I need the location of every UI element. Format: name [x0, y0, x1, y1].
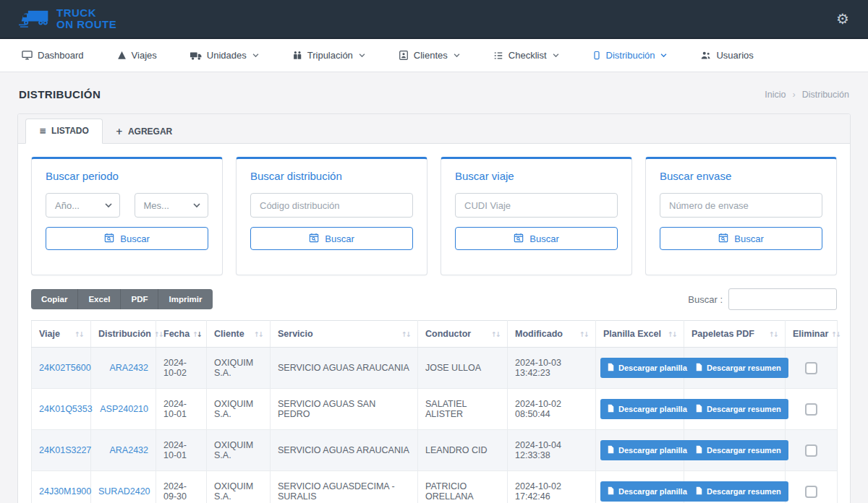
distribution-panel: ≡ LISTADO + AGREGAR Buscar periodo Año..… [17, 113, 851, 503]
nav-item-tripulacion[interactable]: Tripulación [292, 50, 365, 61]
modificado-cell: 2024-10-04 12:33:38 [508, 430, 596, 471]
month-select[interactable]: Mes... [135, 193, 209, 218]
viaje-link[interactable]: 24J30M1900 [39, 486, 91, 496]
nav-item-clientes[interactable]: Clientes [399, 50, 460, 61]
viaje-link[interactable]: 24K01Q5353 [39, 404, 93, 414]
excel-button[interactable]: Excel [78, 289, 121, 309]
sort-arrows-icon: ↑↓ [766, 330, 778, 338]
column-header-distribuci-n[interactable]: Distribución↑↓ [91, 321, 156, 348]
column-header-servicio[interactable]: Servicio↑↓ [271, 321, 418, 348]
servicio-cell: SERVICIO AGUASDECIMA - SURALIS [271, 471, 418, 503]
card-buscar-periodo: Buscar periodo Año... Mes... Buscar [31, 157, 223, 275]
viaje-link[interactable]: 24K01S3227 [39, 445, 91, 455]
sort-arrows-icon: ↑↓ [399, 330, 410, 338]
numero-envase-input[interactable] [660, 193, 822, 218]
clients-book-icon [399, 50, 409, 61]
distribucion-link[interactable]: ARA2432 [109, 363, 148, 373]
descargar-planilla-button[interactable]: Descargar planilla [600, 358, 694, 378]
column-header-cliente[interactable]: Cliente↑↓ [207, 321, 271, 348]
list-icon: ≡ [39, 126, 46, 136]
distribucion-link[interactable]: ASP240210 [100, 404, 148, 414]
column-header-papeletas-pdf[interactable]: Papeletas PDF↑↓ [684, 321, 786, 348]
year-select[interactable]: Año... [46, 193, 120, 218]
cudi-viaje-input[interactable] [455, 193, 618, 218]
descargar-planilla-button[interactable]: Descargar planilla [600, 481, 694, 502]
breadcrumb-home[interactable]: Inicio [765, 90, 786, 100]
descargar-resumen-button[interactable]: Descargar resumen [689, 481, 788, 502]
truck-icon [190, 51, 202, 61]
table-body: 24K02T5600 ARA2432 2024-10-02 OXIQUIM S.… [32, 348, 838, 503]
codigo-distribucion-input[interactable] [250, 193, 413, 218]
eliminar-checkbox[interactable] [805, 444, 817, 457]
buscar-periodo-button[interactable]: Buscar [46, 227, 208, 250]
fecha-cell: 2024-10-01 [156, 430, 207, 471]
descargar-planilla-button[interactable]: Descargar planilla [600, 399, 694, 419]
export-button-group: Copiar Excel PDF Imprimir [31, 289, 213, 309]
chevron-down-icon [660, 53, 667, 58]
column-header-planilla-excel[interactable]: Planilla Excel↑↓ [596, 321, 684, 348]
nav-item-distribucion[interactable]: Distribución [592, 50, 668, 61]
eliminar-checkbox[interactable] [805, 403, 817, 416]
page-title: DISTRIBUCIÓN [19, 88, 101, 100]
distribution-table: Viaje↑↓Distribución↑↓Fecha↑↓Cliente↑↓Ser… [31, 320, 838, 503]
descargar-resumen-button[interactable]: Descargar resumen [689, 358, 788, 378]
file-icon [696, 363, 702, 373]
column-header-eliminar[interactable]: Eliminar↑↓ [786, 321, 838, 348]
top-navbar: TRUCK ON ROUTE ⚙ [0, 0, 868, 39]
sort-arrows-icon: ↑↓ [488, 330, 500, 338]
buscar-envase-button[interactable]: Buscar [660, 227, 822, 250]
viaje-link[interactable]: 24K02T5600 [39, 363, 91, 373]
card-title: Buscar distribución [250, 170, 413, 182]
search-cards-row: Buscar periodo Año... Mes... Buscar [31, 157, 837, 275]
plane-icon [117, 51, 127, 60]
calendar-search-icon [514, 233, 524, 245]
tab-bar: ≡ LISTADO + AGREGAR [18, 114, 850, 144]
calendar-search-icon [104, 233, 114, 245]
sort-arrows-icon: ↑↓ [251, 330, 263, 338]
imprimir-button[interactable]: Imprimir [158, 289, 212, 309]
chevron-down-icon [193, 203, 200, 208]
buscar-distribucion-button[interactable]: Buscar [250, 227, 413, 250]
box-icon [592, 50, 601, 61]
card-title: Buscar periodo [46, 170, 208, 182]
descargar-resumen-button[interactable]: Descargar resumen [689, 440, 788, 460]
nav-item-usuarios[interactable]: Usuarios [700, 50, 753, 61]
settings-gear-icon[interactable]: ⚙ [836, 10, 849, 27]
conductor-cell: JOSE ULLOA [418, 348, 508, 389]
dashboard-monitor-icon [22, 50, 33, 61]
nav-item-checklist[interactable]: Checklist [493, 50, 559, 61]
sort-arrows-icon: ↑↓ [828, 330, 840, 338]
copiar-button[interactable]: Copiar [31, 289, 78, 309]
pdf-button[interactable]: PDF [121, 289, 158, 309]
cliente-cell: OXIQUIM S.A. [207, 348, 271, 389]
tab-listado[interactable]: ≡ LISTADO [25, 119, 103, 144]
descargar-planilla-button[interactable]: Descargar planilla [600, 440, 694, 460]
descargar-resumen-button[interactable]: Descargar resumen [689, 399, 788, 419]
distribucion-link[interactable]: ARA2432 [109, 445, 148, 455]
nav-item-unidades[interactable]: Unidades [190, 50, 259, 61]
nav-item-viajes[interactable]: Viajes [117, 50, 157, 61]
table-row: 24K02T5600 ARA2432 2024-10-02 OXIQUIM S.… [32, 348, 838, 389]
conductor-cell: LEANDRO CID [418, 430, 508, 471]
card-buscar-viaje: Buscar viaje Buscar [441, 157, 632, 275]
brand-logo[interactable]: TRUCK ON ROUTE [19, 7, 116, 31]
eliminar-checkbox[interactable] [805, 362, 817, 374]
truck-logo-icon [19, 7, 51, 31]
eliminar-checkbox[interactable] [805, 486, 817, 498]
column-header-viaje[interactable]: Viaje↑↓ [32, 321, 91, 348]
table-row: 24K01S3227 ARA2432 2024-10-01 OXIQUIM S.… [32, 430, 838, 471]
tab-agregar[interactable]: + AGREGAR [103, 120, 185, 144]
column-header-conductor[interactable]: Conductor↑↓ [418, 321, 508, 348]
distribucion-link[interactable]: SURAD2420 [98, 486, 150, 496]
file-icon [608, 404, 614, 414]
column-header-modificado[interactable]: Modificado↑↓ [508, 321, 596, 348]
main-navigation: Dashboard Viajes Unidades Tripulación Cl… [0, 39, 868, 72]
table-search-input[interactable] [728, 288, 837, 310]
column-header-fecha[interactable]: Fecha↑↓ [156, 321, 207, 348]
modificado-cell: 2024-10-02 08:50:44 [508, 389, 596, 430]
card-buscar-distribucion: Buscar distribución Buscar [236, 157, 427, 275]
nav-item-dashboard[interactable]: Dashboard [22, 50, 84, 61]
file-icon [608, 486, 614, 496]
buscar-viaje-button[interactable]: Buscar [455, 227, 618, 250]
servicio-cell: SERVICIO AGUAS ARAUCANIA [271, 348, 418, 389]
